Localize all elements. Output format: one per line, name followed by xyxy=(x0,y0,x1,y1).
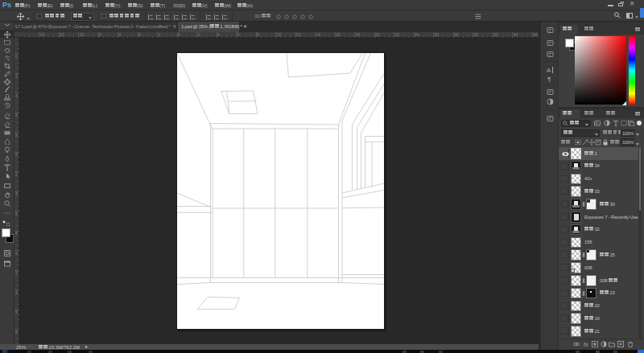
svg-text:¶: ¶ xyxy=(547,76,551,82)
svg-text:fx: fx xyxy=(584,342,588,347)
svg-text:A: A xyxy=(547,67,551,73)
